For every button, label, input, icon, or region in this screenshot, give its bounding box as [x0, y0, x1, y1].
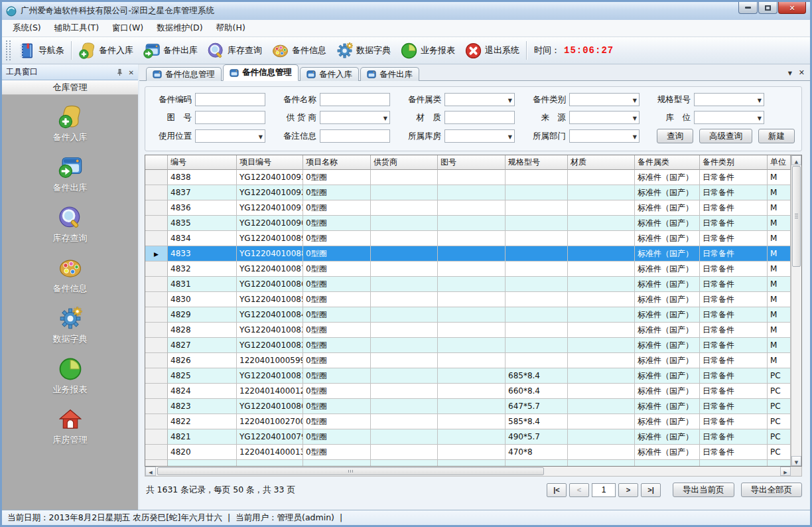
horizontal-scroll-thumb[interactable]: [157, 467, 544, 475]
tab-parts-out[interactable]: 备件出库: [360, 67, 419, 81]
filter-input[interactable]: [320, 93, 390, 106]
column-header[interactable]: 编号: [168, 155, 237, 170]
filter-select[interactable]: [320, 111, 390, 124]
vertical-scrollbar[interactable]: [791, 155, 801, 466]
column-header[interactable]: 备件类别: [700, 155, 768, 170]
menu-item[interactable]: 帮助(H): [210, 21, 252, 36]
menu-item[interactable]: 窗口(W): [105, 21, 150, 36]
tab-parts-info-management-1[interactable]: 备件信息管理: [146, 67, 222, 81]
filter-select[interactable]: [569, 129, 640, 143]
toolbar-item-parts-out[interactable]: 备件出库: [138, 40, 202, 61]
next-page-button[interactable]: >: [618, 483, 638, 497]
sidebar-item-stock-query[interactable]: 库存查询: [2, 205, 138, 244]
maximize-button[interactable]: [758, 2, 778, 14]
table-row[interactable]: 4834YG122040100890型圈标准件（国产）日常备件M: [145, 231, 791, 246]
sidebar-item-parts-out[interactable]: 备件出库: [2, 155, 138, 194]
tab-close-icon[interactable]: [799, 68, 805, 77]
sidebar-group-header[interactable]: 仓库管理: [2, 80, 138, 95]
column-header[interactable]: 单位: [768, 155, 791, 170]
scroll-left-button[interactable]: [145, 467, 156, 476]
table-row[interactable]: 482012204014000130型圈470*8标准件（国产）日常备件PC: [145, 445, 791, 460]
filter-input[interactable]: [444, 111, 515, 124]
menu-item[interactable]: 辅助工具(T): [48, 21, 105, 36]
table-row[interactable]: 4830YG122040100850型圈标准件（国产）日常备件M: [145, 292, 791, 307]
filter-input[interactable]: [320, 129, 390, 143]
minimize-button[interactable]: [738, 2, 758, 14]
toolbar-item-stock-query[interactable]: 库存查询: [202, 40, 267, 61]
new-button[interactable]: 新建: [758, 129, 795, 143]
toolbar-item-exit-system[interactable]: 退出系统: [460, 40, 524, 61]
column-header[interactable]: 规格型号: [506, 155, 568, 170]
table-row[interactable]: 4837YG122040100920型圈标准件（国产）日常备件M: [145, 185, 791, 200]
menu-item[interactable]: 系统(S): [6, 21, 48, 36]
table-row[interactable]: 482212204010027000型圈585*8.4标准件（国产）日常备件PC: [145, 414, 791, 429]
table-row[interactable]: 4825YG122040100810型圈685*8.4标准件（国产）日常备件PC: [145, 368, 791, 384]
sidebar-item-business-report[interactable]: 业务报表: [2, 356, 138, 396]
table-row[interactable]: 482612204010005990型圈标准件（国产）日常备件M: [145, 353, 791, 368]
tab-strip: 备件信息管理备件信息管理备件入库备件出库: [139, 64, 810, 81]
export-current-page-button[interactable]: 导出当前页: [673, 483, 734, 497]
column-header[interactable]: 图号: [438, 155, 506, 170]
table-cell: 490*5.7: [506, 429, 568, 445]
sidebar-item-parts-info[interactable]: 备件信息: [2, 256, 138, 295]
filter-select[interactable]: [195, 129, 265, 143]
sidebar-item-data-dictionary[interactable]: 数据字典: [2, 306, 138, 345]
last-page-button[interactable]: >|: [641, 483, 661, 497]
filter-select[interactable]: [694, 111, 764, 124]
sidebar-item-warehouse-mgmt[interactable]: 库房管理: [2, 407, 138, 446]
table-cell: 0型圈: [303, 414, 371, 429]
toolbar-item-navbar[interactable]: 导航条: [13, 40, 69, 61]
table-row[interactable]: 4835YG122040100900型圈标准件（国产）日常备件M: [145, 216, 791, 231]
filter-select[interactable]: [444, 129, 515, 143]
vertical-scroll-thumb[interactable]: [792, 166, 801, 267]
table-row[interactable]: 4823YG122040100800型圈647*5.7标准件（国产）日常备件PC: [145, 399, 791, 414]
table-row[interactable]: 4828YG122040100830型圈标准件（国产）日常备件M: [145, 323, 791, 338]
table-row[interactable]: 482412204014000120型圈660*8.4标准件（国产）日常备件PC: [145, 384, 791, 399]
tab-parts-in[interactable]: 备件入库: [300, 67, 359, 81]
table-row[interactable]: 4821YG122040100790型圈490*5.7标准件（国产）日常备件PC: [145, 429, 791, 445]
toolbar-item-parts-info[interactable]: 备件信息: [267, 40, 331, 61]
menu-item[interactable]: 数据维护(D): [150, 21, 209, 36]
horizontal-scroll-track[interactable]: [156, 467, 780, 476]
scroll-right-button[interactable]: [780, 467, 791, 476]
close-button[interactable]: [778, 2, 806, 14]
table-row[interactable]: 4832YG122040100870型圈标准件（国产）日常备件M: [145, 262, 791, 277]
table-row[interactable]: 4831YG122040100860型圈标准件（国产）日常备件M: [145, 277, 791, 292]
query-button[interactable]: 查询: [657, 129, 693, 143]
column-header[interactable]: 项目名称: [303, 155, 371, 170]
table-row[interactable]: 4833YG122040100880型圈标准件（国产）日常备件M: [145, 246, 791, 262]
filter-select[interactable]: [444, 93, 515, 106]
column-header[interactable]: 项目编号: [237, 155, 303, 170]
scroll-up-button[interactable]: [791, 155, 801, 165]
export-all-pages-button[interactable]: 导出全部页: [741, 483, 803, 497]
toolbar-item-business-report[interactable]: 业务报表: [395, 40, 460, 61]
toolbar-item-parts-in[interactable]: 备件入库: [74, 40, 138, 61]
filter-input[interactable]: [195, 93, 265, 106]
table-row[interactable]: 4838YG122040100930型圈标准件（国产）日常备件M: [145, 170, 791, 185]
column-header[interactable]: 供货商: [371, 155, 438, 170]
filter-select[interactable]: [569, 111, 640, 124]
previous-page-button[interactable]: <: [569, 483, 589, 497]
horizontal-scrollbar[interactable]: [145, 467, 802, 477]
toolbar-item-data-dictionary[interactable]: 数据字典: [331, 40, 395, 61]
chevron-down-icon: [508, 131, 512, 141]
filter-select[interactable]: [569, 93, 640, 106]
first-page-button[interactable]: |<: [547, 483, 567, 497]
toolbar-grip[interactable]: [6, 40, 11, 60]
sidebar-close-icon[interactable]: [129, 68, 134, 77]
table-row[interactable]: 4836YG122040100910型圈标准件（国产）日常备件M: [145, 200, 791, 216]
pin-icon[interactable]: [116, 68, 123, 76]
sidebar-item-parts-in[interactable]: 备件入库: [2, 104, 138, 143]
table-row[interactable]: 4829YG122040100840型圈标准件（国产）日常备件M: [145, 307, 791, 323]
column-header[interactable]: 材质: [568, 155, 635, 170]
column-header[interactable]: 备件属类: [635, 155, 700, 170]
page-number-input[interactable]: [592, 483, 616, 497]
filter-select[interactable]: [694, 93, 764, 106]
advanced-query-button[interactable]: 高级查询: [699, 129, 752, 143]
vertical-scroll-track[interactable]: [791, 165, 801, 456]
scroll-down-button[interactable]: [791, 456, 801, 466]
tab-list-chevron-down-icon[interactable]: [788, 68, 792, 77]
table-row[interactable]: 4827YG122040100820型圈标准件（国产）日常备件M: [145, 338, 791, 353]
tab-parts-info-management-2[interactable]: 备件信息管理: [223, 64, 299, 81]
filter-input[interactable]: [195, 111, 265, 124]
